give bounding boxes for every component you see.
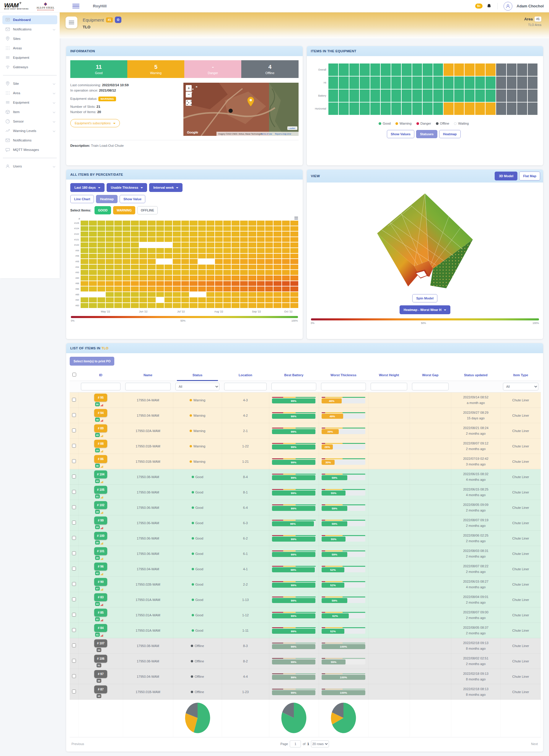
status-cell-good[interactable] — [454, 89, 465, 102]
heatmap-cell[interactable] — [240, 242, 248, 248]
status-cell-offline[interactable] — [506, 76, 517, 89]
row-checkbox[interactable] — [72, 521, 76, 524]
heatmap-cell[interactable] — [223, 237, 231, 242]
sidebar-item-notifications[interactable]: Notifications — [2, 25, 57, 34]
heatmap-cell[interactable] — [114, 231, 122, 237]
heatmap-cell[interactable] — [105, 220, 114, 226]
status-cell-offline[interactable] — [517, 102, 527, 115]
table-row[interactable]: # 8735 17950.01B-WAM Offline 1-23 99% 10… — [70, 684, 541, 700]
heatmap-cell[interactable] — [231, 264, 240, 270]
status-cell-good[interactable] — [454, 76, 465, 89]
heatmap-cell[interactable] — [282, 303, 290, 308]
sidebar-item-dashboard[interactable]: Dashboard — [2, 15, 57, 24]
heatmap-cell[interactable] — [282, 253, 290, 259]
sidebar-item-warning-levels[interactable]: Warning Levels — [2, 126, 57, 135]
page-number-input[interactable] — [290, 740, 301, 747]
row-checkbox[interactable] — [72, 597, 76, 601]
heatmap-cell[interactable] — [223, 264, 231, 270]
item-id-cell[interactable]: # 8646 — [94, 455, 107, 468]
heatmap-cell[interactable] — [131, 292, 139, 297]
sidebar-item-area[interactable]: Area — [2, 89, 57, 97]
heatmap-cell[interactable] — [189, 253, 198, 259]
heatmap-cell[interactable] — [156, 275, 164, 281]
heatmap-cell[interactable] — [273, 264, 281, 270]
heatmap-cell[interactable] — [172, 259, 181, 264]
row-checkbox[interactable] — [72, 551, 76, 555]
heatmap-cell[interactable] — [89, 297, 97, 303]
status-cell-warning[interactable] — [454, 102, 465, 115]
heatmap-cell[interactable] — [206, 220, 214, 226]
heatmap-cell[interactable] — [131, 270, 139, 275]
heatmap-cell[interactable] — [131, 231, 139, 237]
heatmap-cell[interactable] — [114, 220, 122, 226]
heatmap-cell[interactable] — [189, 275, 198, 281]
heatmap-cell[interactable] — [231, 297, 240, 303]
heatmap-cell[interactable] — [265, 275, 273, 281]
heatmap-cell[interactable] — [265, 248, 273, 253]
heatmap-cell[interactable] — [139, 226, 147, 232]
equipment-settings-button[interactable]: ⚙ — [115, 17, 121, 23]
heatmap-cell[interactable] — [164, 286, 172, 292]
heatmap-cell[interactable] — [290, 270, 298, 275]
heatmap-cell[interactable] — [223, 303, 231, 308]
heatmap-cell[interactable] — [122, 226, 131, 232]
column-header-worst-height[interactable]: Worst Height — [368, 369, 410, 381]
heatmap-cell[interactable] — [172, 237, 181, 242]
status-cell-good[interactable] — [370, 102, 381, 115]
heatmap-cell[interactable] — [105, 226, 114, 232]
heatmap-cell[interactable] — [248, 275, 256, 281]
heatmap-cell[interactable] — [164, 270, 172, 275]
heatmap-cell[interactable] — [240, 264, 248, 270]
heatmap-cell[interactable] — [164, 253, 172, 259]
percent-date-heatmap[interactable]: # #105#104#102#101#100#99#96#95#94#90#89… — [70, 217, 299, 314]
heatmap-cell[interactable] — [248, 286, 256, 292]
heatmap-cell[interactable] — [189, 281, 198, 286]
row-checkbox[interactable] — [72, 398, 76, 402]
heatmap-cell[interactable] — [156, 220, 164, 226]
heatmap-cell[interactable] — [273, 292, 281, 297]
heatmap-cell[interactable] — [181, 259, 189, 264]
heatmap-cell[interactable] — [282, 220, 290, 226]
heatmap-cell[interactable] — [114, 242, 122, 248]
heatmap-cell[interactable] — [265, 286, 273, 292]
heatmap-cell[interactable] — [240, 220, 248, 226]
heatmap-cell[interactable] — [257, 270, 265, 275]
print-po-button[interactable]: Select item(s) to print PO — [70, 357, 114, 366]
sidebar-item-areas[interactable]: Areas — [2, 44, 57, 53]
heatmap-cell[interactable] — [198, 275, 206, 281]
heatmap-cell[interactable] — [265, 292, 273, 297]
heatmap-cell[interactable] — [223, 281, 231, 286]
heatmap-cell[interactable] — [231, 292, 240, 297]
heatmap-cell[interactable] — [290, 226, 298, 232]
heatmap-cell[interactable] — [114, 275, 122, 281]
sidebar-item-gateways[interactable]: Gateways — [2, 63, 57, 71]
heatmap-cell[interactable] — [131, 281, 139, 286]
status-cell-good[interactable] — [433, 63, 444, 76]
filter-name-input[interactable] — [125, 383, 171, 390]
heatmap-cell[interactable] — [172, 253, 181, 259]
item-id-cell[interactable]: # 9047 — [94, 578, 107, 591]
heatmap-cell[interactable] — [240, 303, 248, 308]
table-row[interactable]: # 10228 17950.06-WAM Good 6-4 99% 59% 20… — [70, 500, 541, 515]
heatmap-cell[interactable] — [105, 270, 114, 275]
status-cell-good[interactable] — [349, 76, 360, 89]
heatmap-cell[interactable] — [105, 292, 114, 297]
heatmap-cell[interactable] — [131, 242, 139, 248]
heatmap-cell[interactable] — [223, 231, 231, 237]
status-cell-offline[interactable] — [517, 63, 527, 76]
sidebar-item-notifications[interactable]: Notifications — [2, 136, 57, 145]
heatmap-cell[interactable] — [97, 275, 105, 281]
heatmap-cell[interactable] — [164, 292, 172, 297]
status-cell-good[interactable] — [380, 63, 391, 76]
column-header-name[interactable]: Name — [123, 369, 173, 381]
table-row[interactable]: # 9642 17950.04-WAM Good 4-1 98% 52% 202… — [70, 561, 541, 577]
heatmap-cell[interactable] — [122, 237, 131, 242]
status-cell-good[interactable] — [401, 63, 412, 76]
status-cell-warning[interactable] — [454, 63, 465, 76]
table-row[interactable]: # 8532 17950.01A-WAM Good 1-12 99% 62% 2… — [70, 607, 541, 623]
heatmap-cell[interactable] — [257, 259, 265, 264]
heatmap-cell[interactable] — [172, 270, 181, 275]
heatmap-cell[interactable] — [240, 231, 248, 237]
heatmap-cell[interactable] — [181, 270, 189, 275]
heatmap-cell[interactable] — [147, 226, 156, 232]
